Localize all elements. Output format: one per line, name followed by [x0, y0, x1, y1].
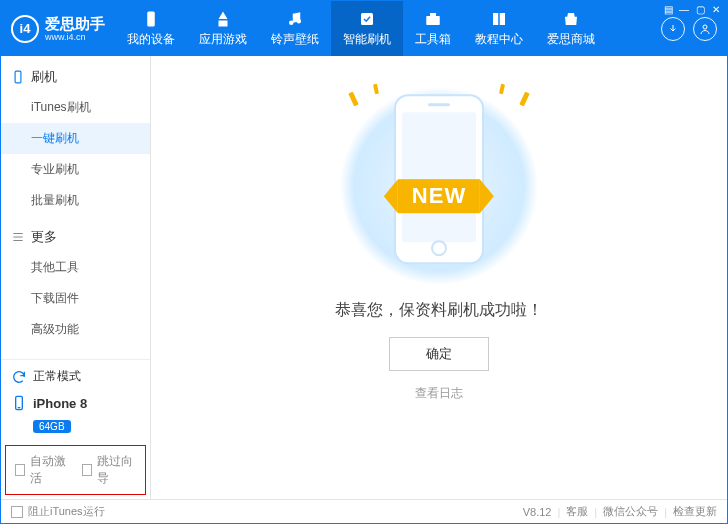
svg-rect-0: [147, 11, 155, 26]
minimize-button[interactable]: —: [677, 3, 691, 15]
app-site: www.i4.cn: [45, 33, 105, 42]
phone-icon: [11, 70, 25, 84]
status-bar: 阻止iTunes运行 V8.12 | 客服 | 微信公众号 | 检查更新: [1, 499, 727, 523]
checkbox-label: 阻止iTunes运行: [28, 504, 105, 519]
nav-label: 爱思商城: [547, 31, 595, 48]
sidebar-item-pro-flash[interactable]: 专业刷机: [1, 154, 150, 185]
nav-device[interactable]: 我的设备: [115, 1, 187, 56]
auto-activate-checkbox[interactable]: 自动激活: [15, 453, 70, 487]
main-content: NEW 恭喜您，保资料刷机成功啦！ 确定 查看日志: [151, 56, 727, 499]
app-window: ▤ — ▢ ✕ i4 爱思助手 www.i4.cn 我的设备 应用游戏 铃声壁纸: [0, 0, 728, 524]
body: 刷机 iTunes刷机 一键刷机 专业刷机 批量刷机 更多 其他工具 下: [1, 56, 727, 499]
nav-tools[interactable]: 工具箱: [403, 1, 463, 56]
header: ▤ — ▢ ✕ i4 爱思助手 www.i4.cn 我的设备 应用游戏 铃声壁纸: [1, 1, 727, 56]
logo: i4 爱思助手 www.i4.cn: [1, 1, 115, 56]
nav-label: 应用游戏: [199, 31, 247, 48]
sidebar-group-header[interactable]: 刷机: [1, 62, 150, 92]
sidebar-group-more: 更多 其他工具 下载固件 高级功能: [1, 222, 150, 345]
toolbox-icon: [424, 10, 442, 28]
apps-icon: [214, 10, 232, 28]
nav-label: 教程中心: [475, 31, 523, 48]
menu-button[interactable]: ▤: [661, 3, 675, 15]
sidebar-group-header[interactable]: 更多: [1, 222, 150, 252]
sidebar: 刷机 iTunes刷机 一键刷机 专业刷机 批量刷机 更多 其他工具 下: [1, 56, 151, 499]
nav-flash[interactable]: 智能刷机: [331, 1, 403, 56]
checkbox-label: 跳过向导: [97, 453, 136, 487]
music-icon: [286, 10, 304, 28]
maximize-button[interactable]: ▢: [693, 3, 707, 15]
sidebar-group-flash: 刷机 iTunes刷机 一键刷机 专业刷机 批量刷机: [1, 62, 150, 216]
checkbox-label: 自动激活: [30, 453, 69, 487]
nav-label: 我的设备: [127, 31, 175, 48]
support-link[interactable]: 客服: [566, 504, 588, 519]
svg-point-1: [289, 20, 294, 25]
device-mode-label: 正常模式: [33, 368, 81, 385]
list-icon: [11, 230, 25, 244]
phone-icon: [11, 395, 27, 411]
top-nav: 我的设备 应用游戏 铃声壁纸 智能刷机 工具箱 教程中心: [115, 1, 651, 56]
nav-ring[interactable]: 铃声壁纸: [259, 1, 331, 56]
sidebar-item-itunes-flash[interactable]: iTunes刷机: [1, 92, 150, 123]
sidebar-item-download-firmware[interactable]: 下载固件: [1, 283, 150, 314]
device-icon: [142, 10, 160, 28]
svg-rect-5: [430, 13, 436, 16]
block-itunes-checkbox[interactable]: 阻止iTunes运行: [11, 504, 105, 519]
new-banner: NEW: [398, 179, 480, 213]
checkbox-icon: [11, 506, 23, 518]
sidebar-item-other-tools[interactable]: 其他工具: [1, 252, 150, 283]
checkbox-icon: [82, 464, 92, 476]
nav-label: 智能刷机: [343, 31, 391, 48]
sidebar-group-title: 刷机: [31, 68, 57, 86]
skip-guide-checkbox[interactable]: 跳过向导: [82, 453, 137, 487]
svg-rect-7: [15, 71, 21, 83]
nav-help[interactable]: 教程中心: [463, 1, 535, 56]
device-name-row[interactable]: iPhone 8: [1, 393, 150, 419]
svg-rect-4: [426, 16, 440, 25]
sidebar-group-title: 更多: [31, 228, 57, 246]
nav-label: 工具箱: [415, 31, 451, 48]
account-button[interactable]: [693, 17, 717, 41]
device-name: iPhone 8: [33, 396, 87, 411]
storage-badge: 64GB: [33, 420, 71, 433]
flash-options: 自动激活 跳过向导: [5, 445, 146, 495]
book-icon: [490, 10, 508, 28]
svg-rect-3: [361, 13, 373, 25]
window-controls: ▤ — ▢ ✕: [661, 3, 723, 15]
svg-point-6: [703, 25, 707, 29]
nav-label: 铃声壁纸: [271, 31, 319, 48]
success-text: 恭喜您，保资料刷机成功啦！: [335, 300, 543, 321]
refresh-icon: [11, 369, 27, 385]
flash-icon: [358, 10, 376, 28]
nav-mall[interactable]: 爱思商城: [535, 1, 607, 56]
version-label: V8.12: [523, 506, 552, 518]
logo-icon: i4: [11, 15, 39, 43]
check-update-link[interactable]: 检查更新: [673, 504, 717, 519]
sidebar-item-batch-flash[interactable]: 批量刷机: [1, 185, 150, 216]
sidebar-item-advanced[interactable]: 高级功能: [1, 314, 150, 345]
sidebar-item-one-key-flash[interactable]: 一键刷机: [1, 123, 150, 154]
svg-point-2: [297, 19, 302, 24]
checkbox-icon: [15, 464, 25, 476]
store-icon: [562, 10, 580, 28]
success-illustration: NEW: [329, 86, 549, 286]
app-name: 爱思助手: [45, 16, 105, 31]
view-log-link[interactable]: 查看日志: [415, 385, 463, 402]
device-mode-row[interactable]: 正常模式: [1, 360, 150, 393]
close-button[interactable]: ✕: [709, 3, 723, 15]
nav-apps[interactable]: 应用游戏: [187, 1, 259, 56]
ok-button[interactable]: 确定: [389, 337, 489, 371]
device-panel: 正常模式 iPhone 8 64GB: [1, 359, 150, 441]
wechat-link[interactable]: 微信公众号: [603, 504, 658, 519]
download-button[interactable]: [661, 17, 685, 41]
